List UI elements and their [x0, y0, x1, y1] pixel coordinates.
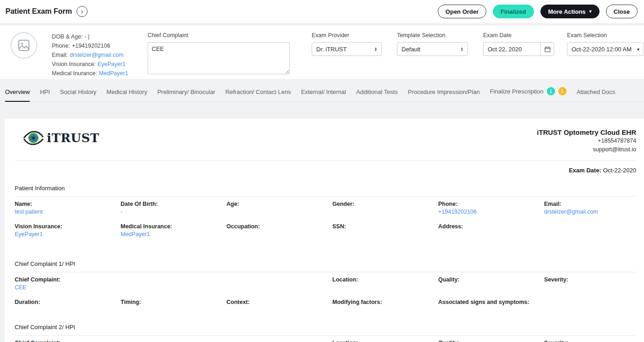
field-location: Location: — [332, 340, 424, 342]
eye-logo-icon — [23, 130, 44, 146]
email-link[interactable]: drstelzer@gmail.com — [70, 52, 124, 58]
patient-summary-card: DOB & Age:- | Phone:+19419202106 Email:d… — [0, 26, 644, 79]
chief-complaint-textarea[interactable]: CEE — [148, 42, 290, 74]
field-modifying-factors: Modifying factors: — [332, 299, 424, 313]
clinic-phone: +18554787874 — [537, 137, 636, 145]
field-associated-signs: Associated signs and symptoms: — [438, 299, 530, 313]
finalize-badge-yellow: 1 — [558, 87, 567, 95]
field-vision-insurance: Vision Insurance: EyePayer1 — [15, 223, 107, 237]
field-age: Age: — [226, 201, 319, 215]
field-phone: Phone: +19419202106 — [438, 201, 530, 215]
exam-date-group: Exam Date — [483, 32, 554, 56]
exam-selection-group: Exam Selection Oct-22-2020 12:00 AM ▾ — [567, 32, 644, 56]
medical-insurance-link[interactable]: MedPayer1 — [99, 70, 128, 77]
chevron-down-icon: ▾ — [637, 47, 639, 52]
email-line: Email:drstelzer@gmail.com — [52, 50, 142, 60]
section-chief-complaint-2: Chief Complaint 2/ HPI Chief Complaint: … — [15, 324, 636, 342]
divider — [15, 272, 636, 272]
field-timing: Timing: — [121, 299, 213, 313]
photo-placeholder-icon — [17, 39, 31, 52]
exam-selection-select[interactable]: Oct-22-2020 12:00 AM ▾ — [567, 42, 644, 56]
report-exam-date: Exam Date:Oct-22-2020 — [15, 167, 636, 174]
finalized-button[interactable]: Finalized — [493, 5, 534, 18]
field-medical-insurance: Medical Insurance: MedPayer1 — [121, 223, 213, 237]
field-duration: Duration: — [15, 299, 107, 313]
logo-text: iTRUST — [47, 131, 99, 145]
tab-additional-tests[interactable]: Additional Tests — [356, 88, 398, 102]
patient-avatar — [11, 32, 37, 59]
section-chief-complaint-1: Chief Complaint 1/ HPI Chief Complaint: … — [15, 260, 636, 313]
tab-hpi[interactable]: HPI — [40, 88, 50, 102]
open-order-button[interactable]: Open Order — [438, 5, 486, 18]
chevron-right-icon: › — [81, 8, 83, 15]
template-selection-label: Template Selection — [397, 32, 468, 39]
select-arrows-icon: ▲▼ — [374, 47, 377, 52]
divider — [15, 196, 636, 197]
divider — [15, 160, 636, 161]
exam-provider-select[interactable]: Dr. iTRUST ▲▼ — [312, 42, 382, 56]
exam-date-input[interactable] — [483, 42, 540, 56]
dob-age-line: DOB & Age:- | — [52, 32, 142, 41]
medical-insurance-line: Medical Inurance:MedPayer1 — [52, 69, 142, 78]
itrust-logo: iTRUST — [23, 130, 99, 146]
field-quality: Quality: — [438, 276, 530, 291]
template-selection-group: Template Selection Default ▲▼ — [397, 32, 468, 56]
field-chief-complaint: Chief Complaint: — [15, 340, 319, 342]
field-chief-complaint: Chief Complaint: CEE — [15, 276, 319, 291]
section-patient-information: Patient Information Name: test patient D… — [15, 185, 636, 237]
close-button[interactable]: Close — [606, 5, 638, 18]
field-context: Context: — [226, 299, 319, 313]
calendar-icon — [544, 46, 551, 53]
field-location: Location: — [332, 276, 424, 291]
chief-complaint-label: Chief Complaint — [148, 32, 290, 39]
expand-header-button[interactable]: › — [77, 6, 88, 17]
exam-tab-bar: Overview HPI Social History Medical Hist… — [0, 87, 644, 102]
top-bar: Patient Exam Form › Open Order Finalized… — [0, 0, 644, 23]
tab-preliminary-binocular[interactable]: Preliminary/ Binocular — [157, 88, 215, 102]
exam-selection-label: Exam Selection — [567, 32, 644, 39]
exam-provider-label: Exam Provider — [312, 32, 382, 39]
section-title: Chief Complaint 2/ HPI — [15, 324, 636, 331]
tab-procedure-impression-plan[interactable]: Procedure Impression/Plan — [408, 88, 480, 102]
clinic-name: iTRUST Optometry Cloud EHR — [537, 128, 636, 137]
more-actions-button[interactable]: More Actions ▾ — [540, 5, 600, 18]
calendar-button[interactable] — [540, 42, 554, 56]
field-name: Name: test patient — [15, 201, 107, 215]
patient-summary-details: DOB & Age:- | Phone:+19419202106 Email:d… — [52, 32, 142, 78]
exam-date-label: Exam Date — [483, 32, 554, 39]
finalize-badge-teal: 1 — [547, 87, 555, 95]
overview-report-card: iTRUST iTRUST Optometry Cloud EHR +18554… — [5, 119, 644, 342]
tab-social-history[interactable]: Social History — [60, 88, 96, 102]
clinic-email: support@itrust.io — [537, 145, 636, 154]
vision-insurance-line: Vision Insurance:EyePayer1 — [52, 60, 142, 69]
tab-external-internal[interactable]: External/ Internal — [301, 88, 346, 102]
field-severity: Severity: — [544, 340, 636, 342]
field-date-of-birth: Date Of Birth: - — [121, 201, 213, 215]
tab-attached-docs[interactable]: Attached Docs — [577, 88, 616, 102]
tab-overview[interactable]: Overview — [5, 88, 30, 102]
chief-complaint-group: Chief Complaint CEE — [148, 32, 290, 76]
tab-medical-history[interactable]: Medical History — [106, 88, 147, 102]
section-title: Chief Complaint 1/ HPI — [15, 260, 636, 267]
field-gender: Gender: — [332, 201, 424, 215]
field-email: Email: drstelzer@gmail.com — [544, 201, 636, 215]
field-occupation: Occupation: — [226, 223, 319, 237]
select-arrows-icon: ▲▼ — [461, 47, 463, 52]
exam-provider-group: Exam Provider Dr. iTRUST ▲▼ — [312, 32, 382, 56]
field-ssn: SSN: — [332, 223, 424, 237]
section-title: Patient Information — [15, 185, 636, 192]
tab-finalize-prescription[interactable]: Finalize Prescription 1 1 — [490, 87, 567, 102]
field-severity: Severity: — [544, 276, 636, 291]
field-address: Address: — [438, 223, 530, 237]
tab-refraction-contact-lens[interactable]: Refraction/ Contact Lens — [226, 88, 291, 102]
page-title: Patient Exam Form — [6, 7, 72, 16]
field-quality: Quality: — [438, 340, 530, 342]
chevron-down-icon: ▾ — [589, 9, 592, 14]
template-selection-select[interactable]: Default ▲▼ — [397, 42, 468, 56]
vision-insurance-link[interactable]: EyePayer1 — [98, 61, 126, 67]
divider — [15, 335, 636, 336]
phone-line: Phone:+19419202106 — [52, 41, 142, 50]
clinic-info: iTRUST Optometry Cloud EHR +18554787874 … — [537, 128, 636, 154]
